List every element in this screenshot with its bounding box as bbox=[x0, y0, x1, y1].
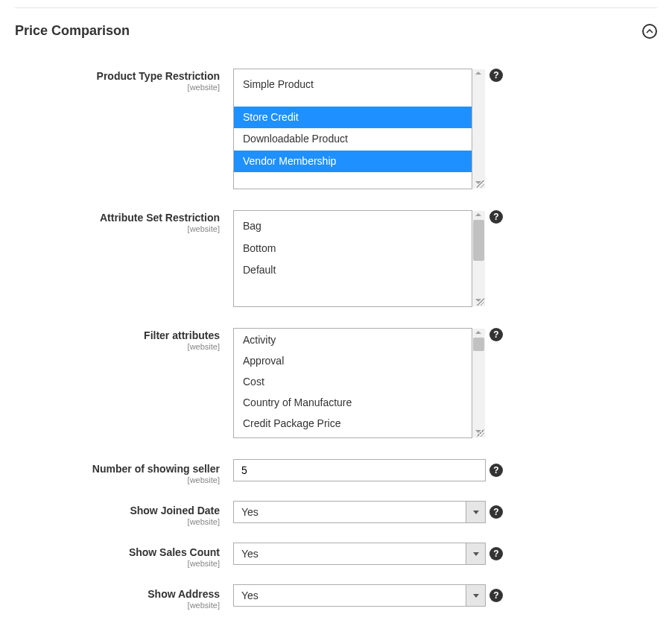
label-number-showing-seller: Number of showing seller [website] bbox=[15, 459, 233, 484]
option-bag[interactable]: Bag bbox=[234, 215, 472, 238]
help-icon[interactable]: ? bbox=[489, 464, 503, 477]
option-country-of-manufacture[interactable]: Country of Manufacture bbox=[234, 393, 472, 414]
triangle-down-icon bbox=[473, 511, 479, 514]
section-title: Price Comparison bbox=[15, 23, 130, 39]
seller-count-input[interactable] bbox=[233, 459, 486, 481]
help-icon[interactable]: ? bbox=[489, 547, 503, 560]
scrollbar[interactable] bbox=[472, 329, 485, 437]
scrollbar[interactable] bbox=[472, 211, 485, 306]
label-show-joined-date: Show Joined Date [website] bbox=[15, 501, 233, 526]
help-icon[interactable]: ? bbox=[489, 69, 503, 82]
option-activity[interactable]: Activity bbox=[234, 330, 472, 351]
row-number-showing-seller: Number of showing seller [website] ? bbox=[15, 459, 657, 484]
sales-count-value: Yes bbox=[233, 543, 466, 565]
row-show-sales-count: Show Sales Count [website] Yes ? bbox=[15, 543, 657, 568]
scrollbar[interactable] bbox=[472, 69, 485, 189]
product-type-multiselect[interactable]: Simple Product Store Credit Downloadable… bbox=[233, 69, 486, 189]
sales-count-select[interactable]: Yes bbox=[233, 543, 486, 565]
joined-date-value: Yes bbox=[233, 501, 466, 523]
row-show-address: Show Address [website] Yes ? bbox=[15, 584, 657, 610]
option-credit-package-price[interactable]: Credit Package Price bbox=[234, 414, 472, 434]
option-simple-product[interactable]: Simple Product bbox=[234, 74, 472, 96]
option-vendor-membership[interactable]: Vendor Membership bbox=[234, 151, 472, 173]
label-attribute-set: Attribute Set Restriction [website] bbox=[15, 210, 233, 233]
help-icon[interactable]: ? bbox=[489, 589, 503, 602]
row-show-joined-date: Show Joined Date [website] Yes ? bbox=[15, 501, 657, 526]
scroll-thumb[interactable] bbox=[473, 338, 484, 351]
option-cost[interactable]: Cost bbox=[234, 372, 472, 393]
scroll-down-icon bbox=[475, 181, 481, 184]
row-product-type-restriction: Product Type Restriction [website] Simpl… bbox=[15, 69, 657, 189]
address-value: Yes bbox=[233, 584, 466, 607]
label-show-address: Show Address [website] bbox=[15, 584, 233, 610]
address-select[interactable]: Yes bbox=[233, 584, 486, 607]
option-downloadable-product[interactable]: Downloadable Product bbox=[234, 128, 472, 151]
joined-date-select[interactable]: Yes bbox=[233, 501, 486, 523]
collapse-toggle[interactable] bbox=[642, 24, 657, 39]
section-header[interactable]: Price Comparison bbox=[15, 23, 657, 39]
label-product-type: Product Type Restriction [website] bbox=[15, 69, 233, 92]
option-default[interactable]: Default bbox=[234, 259, 472, 282]
label-show-sales-count: Show Sales Count [website] bbox=[15, 543, 233, 568]
scroll-down-icon bbox=[475, 299, 481, 302]
dropdown-button[interactable] bbox=[466, 501, 486, 523]
option-approval[interactable]: Approval bbox=[234, 351, 472, 372]
dropdown-button[interactable] bbox=[466, 584, 486, 607]
row-attribute-set-restriction: Attribute Set Restriction [website] Bag … bbox=[15, 210, 657, 307]
label-filter-attributes: Filter attributes [website] bbox=[15, 328, 233, 351]
help-icon[interactable]: ? bbox=[489, 505, 503, 519]
attribute-set-multiselect[interactable]: Bag Bottom Default bbox=[233, 210, 486, 307]
row-filter-attributes: Filter attributes [website] Activity App… bbox=[15, 328, 657, 438]
scroll-up-icon bbox=[475, 213, 481, 216]
scroll-up-icon bbox=[475, 72, 481, 75]
dropdown-button[interactable] bbox=[466, 543, 486, 565]
option-bottom[interactable]: Bottom bbox=[234, 238, 472, 260]
chevron-up-icon bbox=[646, 28, 653, 35]
scroll-up-icon bbox=[475, 331, 481, 334]
divider bbox=[15, 7, 657, 8]
scroll-thumb[interactable] bbox=[473, 220, 484, 261]
triangle-down-icon bbox=[473, 552, 479, 556]
help-icon[interactable]: ? bbox=[489, 328, 503, 341]
scroll-down-icon bbox=[475, 430, 481, 433]
option-store-credit[interactable]: Store Credit bbox=[234, 107, 472, 129]
filter-attributes-multiselect[interactable]: Activity Approval Cost Country of Manufa… bbox=[233, 328, 486, 438]
help-icon[interactable]: ? bbox=[489, 210, 503, 224]
triangle-down-icon bbox=[473, 594, 479, 598]
